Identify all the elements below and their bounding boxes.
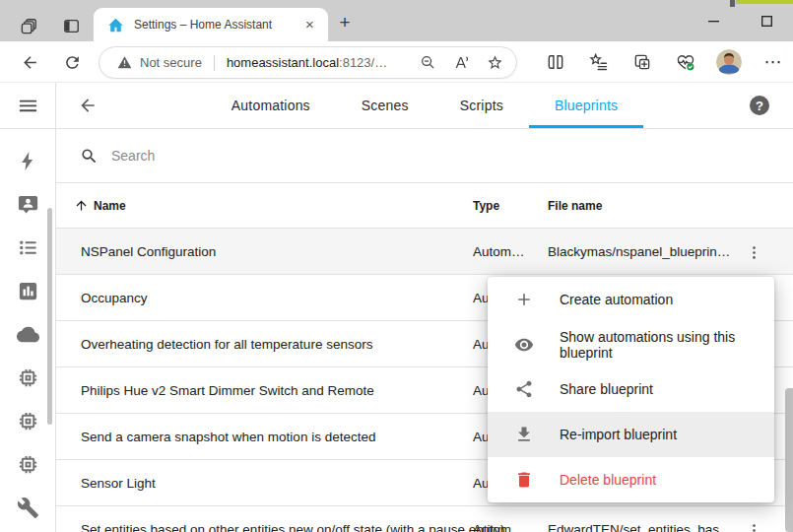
- row-overflow-menu-icon[interactable]: [742, 240, 765, 264]
- sidebar-developer-tools-icon[interactable]: [0, 487, 55, 529]
- tab-automations[interactable]: Automations: [206, 83, 336, 128]
- favorite-star-icon[interactable]: [485, 53, 504, 73]
- search-bar: [56, 129, 793, 183]
- tab-scripts[interactable]: Scripts: [434, 83, 529, 128]
- menu-item-share-blueprint[interactable]: Share blueprint: [488, 367, 774, 413]
- blueprint-context-menu: Create automation Show automations using…: [488, 277, 774, 502]
- browser-window: Settings – Home Assistant × + Not secure…: [0, 0, 793, 532]
- profile-avatar[interactable]: [716, 49, 742, 75]
- download-icon: [514, 425, 534, 444]
- security-label[interactable]: Not secure: [140, 55, 202, 70]
- tab-blueprints[interactable]: Blueprints: [529, 83, 643, 128]
- sidebar-energy-icon[interactable]: [0, 140, 55, 182]
- menu-item-create-automation[interactable]: Create automation: [488, 277, 774, 322]
- menu-item-reimport-blueprint[interactable]: Re-import blueprint: [488, 412, 774, 457]
- omnibox-divider: [214, 55, 215, 71]
- read-aloud-icon[interactable]: [451, 53, 471, 73]
- url-host: homeassistant.local: [227, 55, 339, 70]
- window-controls: [687, 0, 793, 41]
- browser-essentials-icon[interactable]: [673, 50, 697, 75]
- screen-share-notch: [730, 0, 735, 7]
- browser-refresh-button[interactable]: [60, 50, 84, 74]
- column-header-name[interactable]: Name: [74, 183, 126, 228]
- favorites-hub-icon[interactable]: [586, 50, 611, 75]
- share-icon: [514, 379, 534, 399]
- tab-close-icon[interactable]: ×: [301, 17, 318, 33]
- ha-topbar: Automations Scenes Scripts Blueprints ?: [56, 83, 793, 129]
- collections-icon[interactable]: [629, 50, 654, 75]
- url-text[interactable]: homeassistant.local:8123/…: [227, 55, 404, 70]
- search-icon: [80, 147, 99, 166]
- row-overflow-menu-icon[interactable]: [742, 518, 765, 532]
- new-tab-button[interactable]: +: [335, 13, 355, 33]
- column-header-type[interactable]: Type: [473, 183, 499, 228]
- browser-titlebar: Settings – Home Assistant × +: [0, 0, 793, 41]
- minimize-button[interactable]: [687, 6, 740, 35]
- browser-more-icon[interactable]: ⋯: [760, 50, 785, 75]
- eye-icon: [514, 335, 534, 355]
- menu-item-delete-blueprint[interactable]: Delete blueprint: [488, 457, 774, 502]
- trash-icon: [514, 470, 534, 490]
- sidebar-menu-icon[interactable]: [17, 95, 39, 117]
- browser-toolbar: ⋯: [543, 49, 785, 75]
- table-row[interactable]: NSPanel Configuration Autom… Blackymas/n…: [56, 229, 793, 275]
- screen-share-strip: [736, 0, 793, 4]
- browser-back-button[interactable]: [18, 50, 41, 74]
- sidebar-device-chip-icon[interactable]: [0, 443, 55, 486]
- menu-item-show-automations[interactable]: Show automations using this blueprint: [488, 322, 774, 367]
- search-input[interactable]: [111, 148, 793, 164]
- url-path: :8123/…: [339, 55, 387, 70]
- zoom-out-icon[interactable]: [418, 53, 437, 73]
- settings-tabs: Automations Scenes Scripts Blueprints: [206, 83, 643, 128]
- table-row[interactable]: Set entities based on other entities new…: [56, 506, 793, 532]
- tab-actions-icon[interactable]: [17, 14, 40, 37]
- not-secure-warning-icon[interactable]: [117, 55, 132, 70]
- table-header: Name Type File name: [56, 183, 793, 229]
- tab-scenes[interactable]: Scenes: [336, 83, 434, 128]
- split-screen-icon[interactable]: [543, 50, 567, 75]
- ha-back-button[interactable]: [76, 94, 99, 117]
- vertical-tabs-icon[interactable]: [59, 14, 83, 37]
- browser-addressbar: Not secure homeassistant.local:8123/…: [0, 41, 793, 83]
- help-icon[interactable]: ?: [750, 96, 769, 115]
- sort-ascending-icon: [74, 198, 89, 213]
- maximize-button[interactable]: [740, 6, 793, 35]
- tab-title: Settings – Home Assistant: [134, 18, 301, 32]
- sidebar-scrollbar[interactable]: [47, 208, 52, 425]
- address-omnibox[interactable]: Not secure homeassistant.local:8123/…: [99, 46, 517, 79]
- browser-tab-active[interactable]: Settings – Home Assistant ×: [94, 8, 328, 41]
- column-header-file[interactable]: File name: [548, 183, 602, 228]
- plus-icon: [514, 290, 534, 309]
- ha-sidebar: [0, 83, 56, 532]
- home-assistant-favicon: [107, 17, 124, 33]
- main-scrollbar[interactable]: [785, 388, 793, 532]
